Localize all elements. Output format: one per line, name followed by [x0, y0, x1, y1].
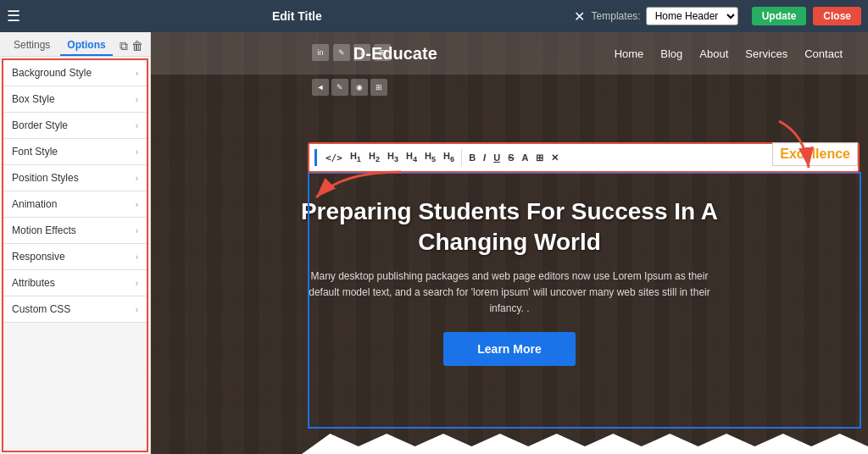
page-title: Edit Title: [27, 9, 567, 23]
toolbar-heading-btn[interactable]: </>: [323, 151, 345, 165]
content-area: in ✎ / ⊞ D-Educate HomeBlogAboutServices…: [151, 32, 868, 454]
nav-edit-icon2[interactable]: /: [353, 44, 370, 61]
sidebar-item-label: Custom CSS: [12, 303, 70, 315]
hero-content: Preparing Students For Success In A Chan…: [151, 75, 868, 454]
toolbar-heading-btn[interactable]: H4: [403, 149, 420, 165]
nav-link[interactable]: Home: [615, 47, 644, 60]
toolbar-u-btn[interactable]: U: [491, 151, 503, 164]
chevron-icon: ›: [136, 200, 138, 209]
chevron-icon: ›: [136, 279, 138, 288]
nav-link[interactable]: About: [699, 47, 728, 60]
toolbar-✕-btn[interactable]: ✕: [548, 151, 561, 165]
chevron-icon: ›: [136, 174, 138, 183]
tab-options[interactable]: Options: [60, 36, 112, 56]
chevron-icon: ›: [136, 226, 138, 235]
copy-icon-button[interactable]: ⧉: [120, 36, 128, 56]
sidebar-menu-item[interactable]: Animation›: [3, 191, 147, 218]
templates-label: Templates:: [592, 10, 641, 22]
chevron-icon: ›: [136, 305, 138, 314]
sidebar-menu-item[interactable]: Custom CSS›: [3, 296, 147, 323]
nav-link[interactable]: Contact: [804, 47, 843, 60]
close-button[interactable]: ✕: [574, 8, 585, 25]
nav-edit-icon1[interactable]: ✎: [333, 44, 350, 61]
excellence-badge: Excellence: [772, 142, 858, 166]
nav-link[interactable]: Blog: [660, 47, 682, 60]
edit-icons-row2: ◄ ✎ ◉ ⊞: [312, 79, 387, 96]
edit-icon-color[interactable]: ◉: [351, 79, 368, 96]
top-bar: ☰ Edit Title ✕ Templates: Home Header Up…: [0, 0, 868, 32]
sidebar-item-label: Background Style: [12, 67, 92, 79]
sidebar-item-label: Responsive: [12, 251, 65, 263]
sidebar-menu-item[interactable]: Box Style›: [3, 86, 147, 113]
site-logo: D-Educate: [176, 44, 615, 64]
tab-settings[interactable]: Settings: [7, 36, 57, 56]
sidebar-menu-item[interactable]: Attributes›: [3, 270, 147, 296]
sidebar-item-label: Position Styles: [12, 172, 79, 184]
learn-more-button[interactable]: Learn More: [443, 332, 575, 366]
sidebar-item-label: Font Style: [12, 146, 58, 158]
toolbar-heading-btn[interactable]: H1: [348, 149, 364, 165]
nav-links: HomeBlogAboutServicesContact: [615, 47, 843, 60]
toolbar-i-btn[interactable]: I: [481, 151, 488, 164]
sidebar-menu-item[interactable]: Responsive›: [3, 244, 147, 270]
chevron-icon: ›: [136, 147, 138, 157]
toolbar-heading-btn[interactable]: H3: [385, 149, 401, 165]
edit-icon-arrow[interactable]: ◄: [312, 79, 329, 96]
sidebar-menu-item[interactable]: Background Style›: [3, 60, 147, 86]
toolbar-heading-btn[interactable]: H2: [366, 149, 382, 165]
chevron-icon: ›: [136, 252, 138, 262]
sidebar-menu-item[interactable]: Motion Effects›: [3, 218, 147, 244]
toolbar-⊞-btn[interactable]: ⊞: [533, 151, 546, 165]
toolbar-heading-btn[interactable]: H5: [422, 149, 438, 165]
sidebar-tabs: Settings Options ⧉ 🗑: [0, 32, 150, 57]
hamburger-icon[interactable]: ☰: [7, 7, 20, 25]
close-red-button[interactable]: Close: [813, 7, 861, 25]
linkedin-icon[interactable]: in: [312, 44, 329, 61]
sidebar-menu: Background Style›Box Style›Border Style›…: [2, 58, 148, 452]
nav-link[interactable]: Services: [745, 47, 787, 60]
sidebar: Settings Options ⧉ 🗑 Background Style›Bo…: [0, 32, 151, 454]
edit-icon-more[interactable]: ⊞: [370, 79, 387, 96]
delete-icon-button[interactable]: 🗑: [131, 36, 143, 56]
toolbar-divider: [461, 149, 462, 166]
chevron-icon: ›: [136, 95, 138, 104]
hero-description: Many desktop publishing packages and web…: [298, 269, 721, 318]
nav-bar: in ✎ / ⊞ D-Educate HomeBlogAboutServices…: [151, 32, 868, 75]
toolbar-divider-left: [314, 149, 317, 166]
update-button[interactable]: Update: [752, 7, 807, 25]
sidebar-item-label: Border Style: [12, 119, 68, 131]
edit-icon-edit[interactable]: ✎: [331, 79, 348, 96]
toolbar-b-btn[interactable]: B: [466, 151, 478, 164]
toolbar-heading-btn[interactable]: H6: [441, 149, 457, 165]
nav-edit-icon3[interactable]: ⊞: [374, 44, 391, 61]
hero-title: Preparing Students For Success In A Chan…: [255, 197, 764, 258]
chevron-icon: ›: [136, 121, 138, 130]
toolbar-s-btn[interactable]: S: [505, 151, 516, 164]
templates-section: Templates: Home Header: [592, 7, 738, 25]
chevron-icon: ›: [136, 69, 138, 78]
sidebar-menu-item[interactable]: Position Styles›: [3, 165, 147, 191]
toolbar-a-btn[interactable]: A: [519, 151, 531, 164]
sidebar-item-label: Animation: [12, 198, 57, 210]
sidebar-menu-item[interactable]: Font Style›: [3, 139, 147, 165]
sidebar-menu-item[interactable]: Border Style›: [3, 113, 147, 139]
templates-select[interactable]: Home Header: [646, 7, 738, 25]
sidebar-item-label: Attributes: [12, 277, 55, 289]
sidebar-item-label: Box Style: [12, 93, 55, 105]
main-layout: Settings Options ⧉ 🗑 Background Style›Bo…: [0, 32, 868, 454]
sidebar-item-label: Motion Effects: [12, 224, 76, 236]
